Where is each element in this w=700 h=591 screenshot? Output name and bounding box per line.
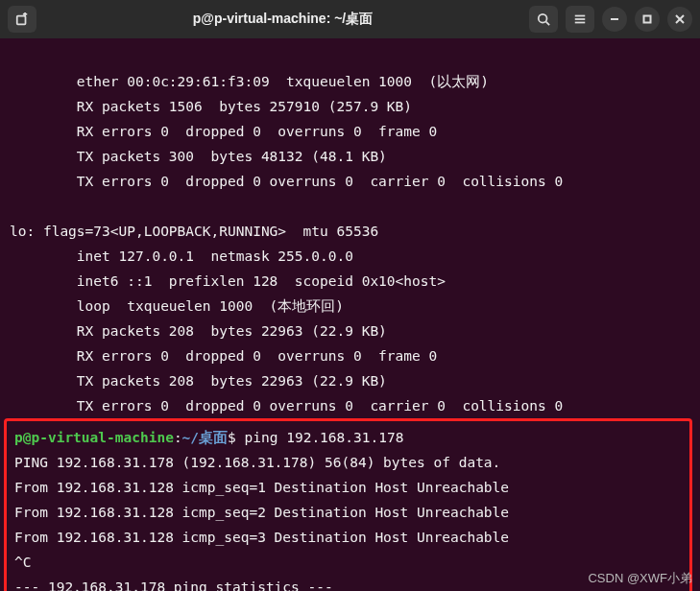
terminal-output-box: PING 192.168.31.178 (192.168.31.178) 56(… xyxy=(14,450,682,591)
svg-line-4 xyxy=(546,22,550,26)
close-button[interactable] xyxy=(667,7,692,32)
window-title: p@p-virtual-machine: ~/桌面 xyxy=(44,11,521,28)
terminal-output-top: ether 00:0c:29:61:f3:09 txqueuelen 1000 … xyxy=(10,69,690,418)
prompt-sep1: : xyxy=(174,430,182,445)
titlebar-right xyxy=(529,6,692,33)
terminal-area[interactable]: ether 00:0c:29:61:f3:09 txqueuelen 1000 … xyxy=(0,38,700,591)
watermark: CSDN @XWF小弟 xyxy=(588,570,692,587)
prompt-line: p@p-virtual-machine:~/桌面$ ping 192.168.3… xyxy=(14,430,403,445)
command-text: ping 192.168.31.178 xyxy=(245,430,404,445)
menu-button[interactable] xyxy=(566,6,594,33)
prompt-user: p@p-virtual-machine xyxy=(14,430,174,445)
prompt-path: ~/桌面 xyxy=(182,430,228,445)
prompt-sep2: $ xyxy=(228,430,244,445)
svg-rect-0 xyxy=(17,16,26,25)
maximize-button[interactable] xyxy=(635,7,660,32)
highlighted-region: p@p-virtual-machine:~/桌面$ ping 192.168.3… xyxy=(4,418,692,591)
new-tab-button[interactable] xyxy=(8,6,36,33)
minimize-button[interactable] xyxy=(602,7,627,32)
search-button[interactable] xyxy=(529,6,558,33)
titlebar: p@p-virtual-machine: ~/桌面 xyxy=(0,0,700,38)
svg-point-3 xyxy=(539,14,547,23)
svg-rect-9 xyxy=(644,16,651,23)
